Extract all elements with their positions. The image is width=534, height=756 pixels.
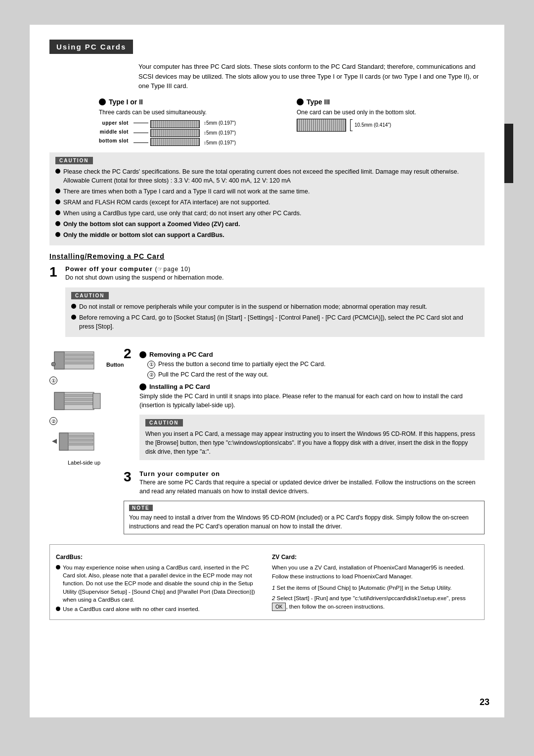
type1-title: Type I or II [109, 98, 143, 106]
caution2-label: CAUTION [71, 292, 109, 299]
svg-rect-10 [64, 402, 93, 405]
type1-col: Type I or II Three cards can be used sim… [99, 98, 287, 147]
ok-button[interactable]: OK [272, 603, 286, 611]
caution1-dot2 [55, 189, 60, 193]
svg-rect-8 [64, 394, 93, 397]
zv-text: When you use a ZV Card, installation of … [272, 564, 478, 581]
svg-rect-16 [68, 443, 93, 445]
page-number: 23 [480, 697, 490, 708]
caution3-label: CAUTION [145, 419, 183, 426]
arrow2 [134, 129, 148, 138]
step1: 1 Power off your computer (☞page 10) Do … [49, 265, 485, 342]
caution1-text4: When using a CardBus type card, use only… [63, 209, 302, 218]
caution-box-2: CAUTION Do not install or remove periphe… [65, 287, 485, 337]
caution1-label: CAUTION [55, 157, 93, 164]
cardbus-col: CardBus: You may experience noise when u… [56, 553, 262, 614]
step1-num: 1 [49, 265, 60, 279]
step2-content-area: 2 Removing a PC Card ① Press the button … [124, 347, 485, 534]
step3-title: Turn your computer on [139, 470, 485, 477]
removing-item1: ① Press the button a second time to part… [147, 360, 485, 369]
zv-title: ZV Card: [272, 553, 478, 562]
svg-point-5 [51, 362, 55, 366]
step2: 2 Removing a PC Card ① Press the button … [124, 347, 485, 465]
caution-box-1: CAUTION Please check the PC Cards' speci… [49, 152, 485, 246]
type3-dim-text: 10.5mm (0.414") [355, 122, 391, 128]
caution2-dot2 [71, 315, 76, 320]
svg-rect-14 [68, 435, 93, 437]
caution1-text3: SRAM and FLASH ROM cards (except for ATA… [63, 198, 270, 207]
label-side-up: Label-side up [49, 460, 119, 466]
note-label: NOTE [129, 505, 153, 511]
pc-card-img1 [49, 347, 104, 374]
dim1-text: ↕5mm (0.197") [204, 119, 236, 128]
zv-item2: 2 Select [Start] - [Run] and type "c:\ut… [272, 594, 478, 612]
caution1-text1: Please check the PC Cards' specification… [63, 167, 459, 185]
caution1-text6: Only the middle or bottom slot can suppo… [63, 231, 224, 239]
installing-title: Installing a PC Card [139, 383, 485, 390]
svg-rect-9 [64, 398, 93, 401]
img-container-1: Button ① [49, 347, 119, 384]
note-box: NOTE You may need to install a driver fr… [124, 501, 485, 534]
cardbus-text2: Use a CardBus card alone with no other c… [63, 605, 200, 613]
caution1-text2: There are times when both a Type I card … [63, 187, 310, 196]
intro-text: Your computer has three PC Card slots. T… [138, 62, 485, 91]
step1-content: Power off your computer (☞page 10) Do no… [65, 265, 485, 342]
removing-item2: ② Pull the PC Card the rest of the way o… [147, 371, 485, 379]
step3-desc: There are some PC Cards that require a s… [139, 478, 485, 496]
dim1: ↕5mm (0.197") [204, 119, 236, 128]
svg-rect-1 [54, 352, 64, 369]
svg-marker-17 [52, 439, 57, 444]
removing-list: ① Press the button a second time to part… [139, 360, 485, 379]
type3-title: Type III [307, 98, 330, 106]
dim-bracket-left [350, 119, 353, 131]
caution-box-3: CAUTION When you insert a PC Card, a mes… [139, 415, 485, 460]
arrow1 [134, 119, 148, 128]
caution2-text2: Before removing a PC Card, go to [Socket… [79, 313, 479, 331]
svg-rect-3 [64, 358, 93, 360]
arrow-line1 [134, 123, 148, 123]
zv-item1-num: 1 [272, 585, 275, 591]
caution3-text: When you insert a PC Card, a message may… [145, 429, 479, 456]
zv-item2-num: 2 [272, 595, 275, 601]
bottom-slot-label: bottom slot [99, 137, 129, 145]
caution1-item5: Only the bottom slot can support a Zoome… [55, 220, 479, 229]
caution1-item4: When using a CardBus type card, use only… [55, 209, 479, 218]
svg-rect-15 [68, 439, 93, 441]
slot-arrow-lines [134, 119, 148, 147]
caution1-item1: Please check the PC Cards' specification… [55, 167, 479, 185]
step2-inner: Removing a PC Card ① Press the button a … [139, 347, 485, 465]
caution2-dot1 [71, 304, 76, 309]
bottom-columns: CardBus: You may experience noise when u… [56, 553, 478, 614]
installing-desc: Simply slide the PC Card in until it sna… [139, 392, 485, 410]
pc-card-img3 [49, 428, 104, 455]
type3-desc: One card can be used only in the bottom … [297, 109, 485, 116]
caution2-text1: Do not install or remove peripherals whi… [79, 302, 427, 311]
slot-diagram: upper slot middle slot bottom slot [99, 119, 287, 147]
step2-area: Button ① ② [49, 347, 485, 539]
bottom-section: CardBus: You may experience noise when u… [49, 544, 485, 620]
side-tab [504, 124, 513, 183]
type1-bullet [99, 98, 106, 105]
middle-slot-label: middle slot [99, 128, 129, 137]
upper-slot-label: upper slot [99, 119, 129, 128]
circle2-num: ② [49, 417, 57, 425]
step3-num: 3 [124, 470, 134, 484]
caution1-item2: There are times when both a Type I card … [55, 187, 479, 196]
pc-card-img2 [49, 387, 104, 415]
middle-slot-box [150, 129, 200, 137]
removing-title-text: Removing a PC Card [149, 351, 213, 358]
circle1: ① [49, 377, 119, 384]
svg-rect-7 [54, 392, 64, 410]
img-container-2: ② [49, 387, 119, 425]
circle1-num: ① [49, 377, 57, 384]
caution2-item2: Before removing a PC Card, go to [Socket… [71, 313, 479, 331]
zv-item1: 1 Set the items of [Sound Chip] to [Auto… [272, 584, 478, 592]
type-columns: Type I or II Three cards can be used sim… [99, 98, 485, 147]
subsection-title: Installing/Removing a PC Card [49, 252, 485, 260]
caution1-item6: Only the middle or bottom slot can suppo… [55, 231, 479, 239]
left-images: Button ① ② [49, 347, 119, 466]
caution1-dot3 [55, 199, 60, 204]
slot-arrows: ↕5mm (0.197") ↕5mm (0.197") ↕5mm (0.197"… [134, 119, 236, 147]
removing-text2: Pull the PC Card the rest of the way out… [158, 371, 268, 379]
type1-header: Type I or II [99, 98, 287, 106]
